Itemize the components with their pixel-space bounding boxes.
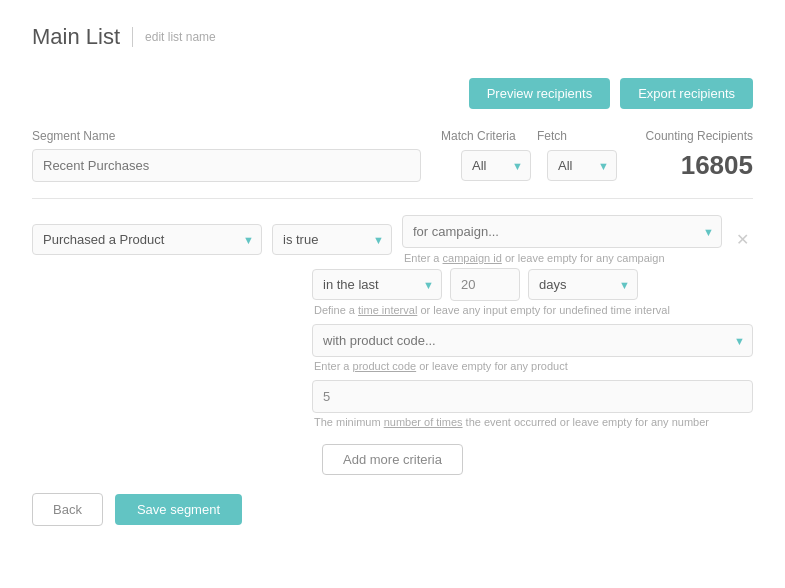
time-interval-link[interactable]: time interval (358, 304, 417, 316)
in-the-last-select-wrapper: in the last more than exactly ▼ (312, 269, 442, 300)
preview-recipients-button[interactable]: Preview recipients (469, 78, 611, 109)
form-divider (32, 198, 753, 199)
product-code-link[interactable]: product code (353, 360, 417, 372)
match-criteria-select[interactable]: All Any (461, 150, 531, 181)
export-recipients-button[interactable]: Export recipients (620, 78, 753, 109)
criteria-sub-section: in the last more than exactly ▼ days wee… (312, 268, 753, 428)
add-more-criteria-button[interactable]: Add more criteria (322, 444, 463, 475)
time-interval-row: in the last more than exactly ▼ days wee… (312, 268, 753, 301)
add-more-row: Add more criteria (32, 444, 753, 475)
product-code-row: ▼ (312, 324, 753, 357)
min-times-section: The minimum number of times the event oc… (312, 380, 753, 428)
remove-criteria-button[interactable]: ✕ (732, 228, 753, 252)
save-segment-button[interactable]: Save segment (115, 494, 242, 525)
fetch-select-wrapper: All Active ▼ (547, 150, 617, 181)
back-button[interactable]: Back (32, 493, 103, 526)
footer-buttons: Back Save segment (32, 493, 753, 526)
time-interval-hint: Define a time interval or leave any inpu… (314, 304, 753, 316)
min-times-link[interactable]: number of times (384, 416, 463, 428)
product-code-select-wrapper: ▼ (312, 324, 753, 357)
match-criteria-select-wrapper: All Any ▼ (461, 150, 531, 181)
header-divider (132, 27, 133, 47)
time-number-input[interactable] (450, 268, 520, 301)
days-select[interactable]: days weeks months (528, 269, 638, 300)
condition-select-wrapper: Purchased a Product Opened Email Clicked… (32, 224, 262, 255)
product-code-section: ▼ Enter a product code or leave empty fo… (312, 324, 753, 372)
campaign-id-link[interactable]: campaign id (443, 252, 502, 264)
page-title: Main List (32, 24, 120, 50)
criteria-block: Purchased a Product Opened Email Clicked… (32, 215, 753, 428)
days-select-wrapper: days weeks months ▼ (528, 269, 638, 300)
is-true-select-wrapper: is true is false ▼ (272, 224, 392, 255)
fetch-select[interactable]: All Active (547, 150, 617, 181)
edit-list-name-link[interactable]: edit list name (145, 30, 216, 44)
criteria-main-row: Purchased a Product Opened Email Clicked… (32, 215, 753, 264)
segment-name-input[interactable] (32, 149, 421, 182)
fetch-label: Fetch (537, 129, 617, 143)
form-inputs-row: All Any ▼ All Active ▼ 16805 (32, 149, 753, 182)
segment-name-label: Segment Name (32, 129, 393, 143)
in-the-last-select[interactable]: in the last more than exactly (312, 269, 442, 300)
condition-select[interactable]: Purchased a Product Opened Email Clicked… (32, 224, 262, 255)
recipient-count: 16805 (633, 150, 753, 181)
campaign-hint: Enter a campaign id or leave empty for a… (404, 252, 722, 264)
actions-row: Preview recipients Export recipients (32, 78, 753, 109)
min-times-hint: The minimum number of times the event oc… (314, 416, 753, 428)
product-code-input[interactable] (312, 324, 753, 357)
min-times-input[interactable] (312, 380, 753, 413)
campaign-input[interactable] (402, 215, 722, 248)
match-criteria-label: Match Criteria (441, 129, 521, 143)
product-code-hint: Enter a product code or leave empty for … (314, 360, 753, 372)
time-interval-section: in the last more than exactly ▼ days wee… (312, 268, 753, 316)
counting-recipients-label: Counting Recipients (633, 129, 753, 143)
form-labels-row: Segment Name Match Criteria Fetch Counti… (32, 129, 753, 143)
campaign-select-wrapper: ▼ (402, 215, 722, 248)
is-true-select[interactable]: is true is false (272, 224, 392, 255)
